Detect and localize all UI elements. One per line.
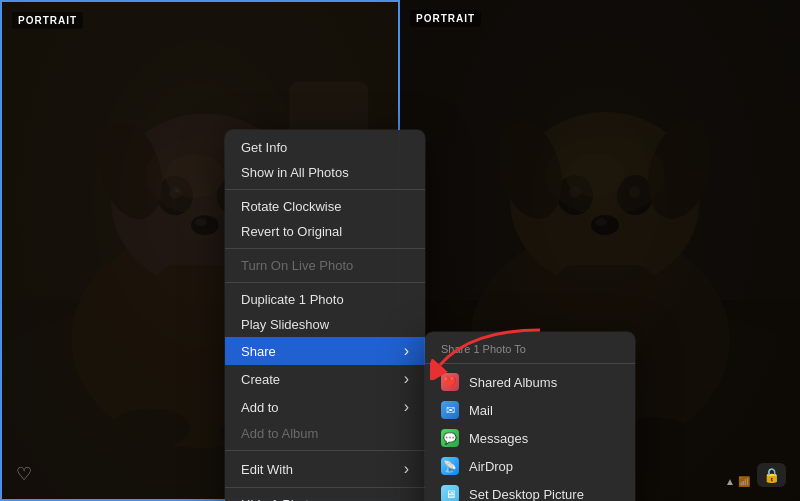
- separator-4: [225, 450, 425, 451]
- menu-item-play-slideshow[interactable]: Play Slideshow: [225, 312, 425, 337]
- svg-point-12: [195, 218, 207, 226]
- menu-item-turn-on-live-photo: Turn On Live Photo: [225, 253, 425, 278]
- context-menu: Get Info Show in All Photos Rotate Clock…: [225, 130, 425, 501]
- menu-item-edit-with[interactable]: Edit With: [225, 455, 425, 483]
- menu-item-add-to[interactable]: Add to: [225, 393, 425, 421]
- menu-item-duplicate-1-photo[interactable]: Duplicate 1 Photo: [225, 287, 425, 312]
- svg-point-19: [165, 154, 224, 198]
- menu-item-show-in-all-photos[interactable]: Show in All Photos: [225, 160, 425, 185]
- svg-point-11: [191, 215, 219, 235]
- separator-1: [225, 189, 425, 190]
- menu-item-rotate-clockwise[interactable]: Rotate Clockwise: [225, 194, 425, 219]
- submenu-item-set-desktop-picture[interactable]: 🖥 Set Desktop Picture: [425, 480, 635, 501]
- separator-2: [225, 248, 425, 249]
- status-icons: ▲📶: [725, 476, 750, 487]
- svg-point-30: [591, 215, 619, 235]
- menu-item-share[interactable]: Share Share 1 Photo To ❤️ Shared Albums …: [225, 337, 425, 365]
- svg-point-17: [111, 408, 190, 448]
- svg-point-31: [595, 218, 607, 226]
- portrait-badge-right: PORTRAIT: [410, 10, 481, 27]
- submenu-item-airdrop[interactable]: 📡 AirDrop: [425, 452, 635, 480]
- menu-item-revert-to-original[interactable]: Revert to Original: [225, 219, 425, 244]
- separator-5: [225, 487, 425, 488]
- separator-3: [225, 282, 425, 283]
- airdrop-icon: 📡: [441, 457, 459, 475]
- menu-item-get-info[interactable]: Get Info: [225, 135, 425, 160]
- portrait-badge-left: PORTRAIT: [12, 12, 83, 29]
- svg-point-38: [565, 153, 625, 197]
- red-arrow: [430, 320, 550, 380]
- messages-icon: 💬: [441, 429, 459, 447]
- submenu-item-mail[interactable]: ✉ Mail: [425, 396, 635, 424]
- menu-item-add-to-album: Add to Album: [225, 421, 425, 446]
- svg-rect-35: [555, 265, 655, 325]
- submenu-item-messages[interactable]: 💬 Messages: [425, 424, 635, 452]
- lock-badge: 🔒: [757, 463, 786, 487]
- menu-item-hide-1-photo[interactable]: Hide 1 Photo: [225, 492, 425, 501]
- desktop-icon: 🖥: [441, 485, 459, 501]
- menu-item-create[interactable]: Create: [225, 365, 425, 393]
- mail-icon: ✉: [441, 401, 459, 419]
- heart-icon[interactable]: ♡: [16, 463, 32, 485]
